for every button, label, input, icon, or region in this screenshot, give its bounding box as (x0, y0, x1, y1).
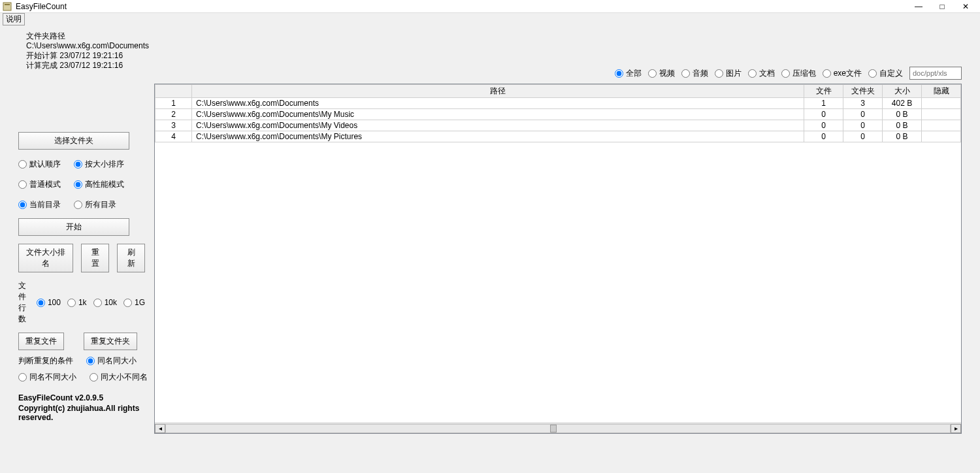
filter-doc-label: 文档 (759, 68, 775, 79)
reset-button[interactable]: 重置 (81, 244, 109, 272)
file-size-rank-button[interactable]: 文件大小排名 (18, 244, 73, 272)
filter-doc-option[interactable]: 文档 (748, 68, 775, 79)
info-start: 开始计算 23/07/12 19:21:16 (26, 51, 145, 61)
filter-image-label: 图片 (726, 68, 742, 79)
left-panel: 文件夹路径 C:\Users\www.x6g.com\Documents 开始计… (0, 25, 150, 473)
refresh-button[interactable]: 刷新 (117, 244, 145, 272)
table-row[interactable]: 3C:\Users\www.x6g.com\Documents\My Video… (155, 120, 961, 131)
cell-size: 402 B (883, 98, 922, 109)
filter-all-label: 全部 (626, 68, 642, 79)
info-path: 文件夹路径 C:\Users\www.x6g.com\Documents (26, 31, 145, 51)
minimize-button[interactable]: — (907, 2, 930, 11)
cell-folders: 0 (843, 120, 883, 131)
rows-1g-option[interactable]: 1G (123, 298, 145, 307)
col-files[interactable]: 文件 (804, 85, 843, 98)
filter-custom-input[interactable] (909, 67, 962, 80)
filter-exe-option[interactable]: exe文件 (823, 68, 862, 79)
rows-1k-option[interactable]: 1k (67, 298, 87, 307)
filter-image-option[interactable]: 图片 (715, 68, 742, 79)
cell-hidden (922, 109, 961, 120)
menu-help[interactable]: 说明 (3, 13, 25, 25)
cell-files: 1 (804, 98, 843, 109)
dup-same-name-diff-size-option[interactable]: 同名不同大小 (18, 372, 76, 383)
sort-default-label: 默认顺序 (29, 159, 61, 170)
cell-files: 0 (804, 109, 843, 120)
filter-archive-label: 压缩包 (792, 68, 816, 79)
window-title: EasyFileCount (16, 2, 67, 11)
dir-current-option[interactable]: 当前目录 (18, 199, 61, 210)
filter-custom-label: 自定义 (879, 68, 903, 79)
mode-high-label: 高性能模式 (85, 179, 124, 190)
col-path[interactable]: 路径 (192, 85, 804, 98)
rows-10k-option[interactable]: 10k (93, 298, 117, 307)
dup-same-name-diff-size-label: 同名不同大小 (29, 372, 76, 383)
scroll-left-arrow[interactable]: ◂ (155, 424, 165, 433)
table-row[interactable]: 4C:\Users\www.x6g.com\Documents\My Pictu… (155, 131, 961, 142)
results-grid: 路径 文件 文件夹 大小 隐藏 1C:\Users\www.x6g.com\Do… (155, 84, 961, 142)
horizontal-scrollbar[interactable]: ◂ ▸ (155, 423, 961, 433)
svg-rect-0 (3, 3, 11, 10)
col-folders[interactable]: 文件夹 (843, 85, 883, 98)
cell-path: C:\Users\www.x6g.com\Documents\My Music (192, 109, 804, 120)
filter-archive-option[interactable]: 压缩包 (781, 68, 816, 79)
cell-path: C:\Users\www.x6g.com\Documents (192, 98, 804, 109)
mode-high-option[interactable]: 高性能模式 (74, 179, 124, 190)
menu-bar: 说明 (0, 13, 980, 25)
svg-rect-1 (5, 4, 10, 5)
table-row[interactable]: 2C:\Users\www.x6g.com\Documents\My Music… (155, 109, 961, 120)
mode-normal-label: 普通模式 (29, 179, 61, 190)
sort-size-option[interactable]: 按大小排序 (74, 159, 124, 170)
scroll-thumb[interactable] (550, 425, 557, 432)
filter-audio-label: 音频 (693, 68, 708, 79)
cell-folders: 0 (843, 131, 883, 142)
cell-size: 0 B (883, 120, 922, 131)
dup-same-name-size-option[interactable]: 同名同大小 (86, 355, 137, 367)
table-row[interactable]: 1C:\Users\www.x6g.com\Documents13402 B (155, 98, 961, 109)
col-idx[interactable] (155, 85, 192, 98)
rows-1g-label: 1G (135, 298, 145, 307)
filter-all-option[interactable]: 全部 (615, 68, 642, 79)
table-header-row: 路径 文件 文件夹 大小 隐藏 (155, 85, 961, 98)
cell-files: 0 (804, 131, 843, 142)
scroll-right-arrow[interactable]: ▸ (951, 424, 961, 433)
cell-size: 0 B (883, 131, 922, 142)
dup-same-size-diff-name-option[interactable]: 同大小不同名 (90, 372, 148, 383)
cell-idx: 4 (155, 131, 192, 142)
filter-video-option[interactable]: 视频 (648, 68, 675, 79)
col-hidden[interactable]: 隐藏 (922, 85, 961, 98)
filter-audio-option[interactable]: 音频 (681, 68, 708, 79)
filter-bar: 全部 视频 音频 图片 文档 压缩包 exe文件 自定义 (154, 64, 962, 84)
close-button[interactable]: ✕ (954, 2, 977, 11)
app-icon (3, 2, 12, 11)
dir-all-option[interactable]: 所有目录 (74, 199, 116, 210)
dup-same-name-size-label: 同名同大小 (97, 355, 137, 367)
copyright-label: Copyright(c) zhujiahua.All rights reserv… (18, 404, 145, 422)
cell-path: C:\Users\www.x6g.com\Documents\My Videos (192, 120, 804, 131)
info-end: 计算完成 23/07/12 19:21:16 (26, 61, 145, 71)
filter-custom-option[interactable]: 自定义 (868, 68, 903, 79)
scroll-track[interactable] (165, 424, 951, 433)
sort-size-label: 按大小排序 (85, 159, 124, 170)
dup-files-button[interactable]: 重复文件 (18, 333, 64, 350)
choose-folder-button[interactable]: 选择文件夹 (18, 132, 129, 150)
cell-folders: 0 (843, 109, 883, 120)
rows-100-label: 100 (48, 298, 61, 307)
cell-path: C:\Users\www.x6g.com\Documents\My Pictur… (192, 131, 804, 142)
start-button[interactable]: 开始 (18, 218, 129, 236)
mode-normal-option[interactable]: 普通模式 (18, 179, 61, 190)
cell-idx: 3 (155, 120, 192, 131)
sort-default-option[interactable]: 默认顺序 (18, 159, 61, 170)
dup-cond-label: 判断重复的条件 (18, 355, 73, 367)
filter-exe-label: exe文件 (834, 68, 862, 79)
maximize-button[interactable]: □ (930, 2, 954, 11)
col-size[interactable]: 大小 (883, 85, 922, 98)
rows-100-option[interactable]: 100 (37, 298, 61, 307)
dup-folders-button[interactable]: 重复文件夹 (84, 333, 137, 350)
cell-size: 0 B (883, 109, 922, 120)
dup-same-size-diff-name-label: 同大小不同名 (101, 372, 148, 383)
dir-all-label: 所有目录 (85, 199, 116, 210)
cell-hidden (922, 98, 961, 109)
rows-1k-label: 1k (78, 298, 87, 307)
results-table: 路径 文件 文件夹 大小 隐藏 1C:\Users\www.x6g.com\Do… (154, 84, 962, 434)
cell-idx: 1 (155, 98, 192, 109)
